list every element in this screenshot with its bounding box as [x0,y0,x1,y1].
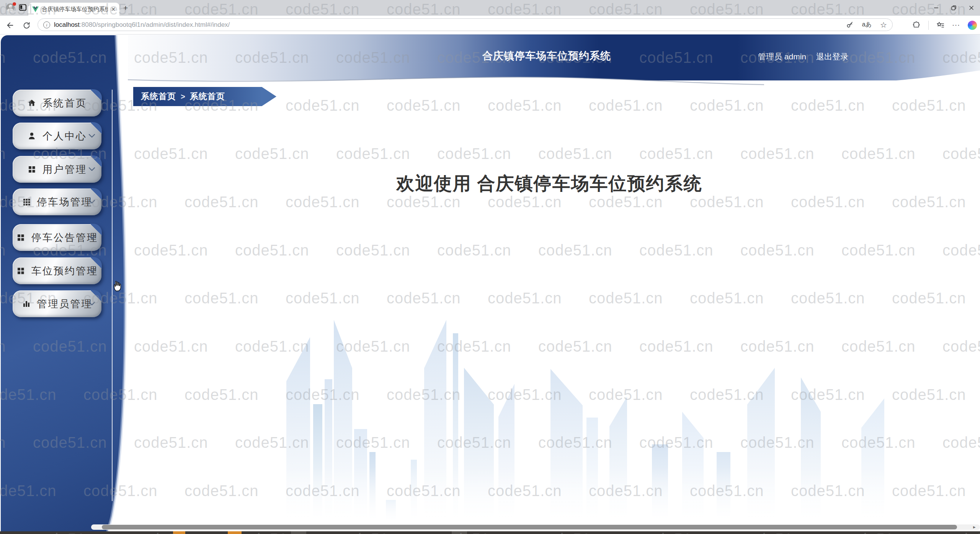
home-icon [27,98,36,108]
building-shape [861,398,884,521]
sidebar-item-label: 系统首页 [42,97,87,110]
translate-icon[interactable]: aあ [862,21,872,29]
chevron-down-icon [88,167,95,172]
taskbar-gray-segment [291,531,306,534]
app-title: 合庆镇停车场车位预约系统 [113,49,980,63]
url-path: :8080/springbootq6l1n/admin/dist/index.h… [80,21,230,28]
browser-toolbar: i localhost:8080/springbootq6l1n/admin/d… [0,16,980,34]
url-text[interactable]: localhost:8080/springbootq6l1n/admin/dis… [54,21,846,29]
building-shape [801,377,821,521]
building-shape [682,412,704,521]
grid4-icon [16,266,25,275]
taskbar-orange-segment [228,531,242,534]
sidebar-item-label: 个人中心 [42,129,87,143]
key-icon[interactable] [846,21,854,29]
building-shape [369,452,376,521]
minimize-button[interactable] [927,0,945,16]
chevron-down-icon [88,199,95,205]
admin-label: 管理员 admin [758,51,806,62]
tab-title: 合庆镇停车场车位预约系统 [42,6,108,13]
taskbar-sliver [0,531,980,534]
url-bar[interactable]: i localhost:8080/springbootq6l1n/admin/d… [38,18,893,31]
window-controls [927,0,980,16]
mouse-cursor [112,280,123,292]
logout-link[interactable]: 退出登录 [816,51,848,62]
building-shape [453,333,458,521]
restore-button[interactable] [945,0,962,16]
profile-notification-dot [13,2,16,6]
chevron-down-icon [88,133,95,139]
hscroll-right-arrow[interactable]: ▸ [973,525,978,529]
url-host: localhost [54,21,80,28]
grid4-icon [16,233,25,242]
sidebar-item-label: 停车公告管理 [31,231,98,244]
sidebar-item-label: 管理员管理 [37,297,93,311]
building-shape [717,452,730,521]
building-shape [286,337,310,521]
horizontal-scrollbar[interactable] [91,524,980,530]
browser-profile-button[interactable] [6,3,15,13]
sidebar-item-label: 用户管理 [42,163,87,176]
building-shape [498,384,514,521]
building-shape [325,379,332,521]
hscroll-thumb[interactable] [102,525,957,529]
breadcrumb-current: 系统首页 [190,91,225,102]
favorites-bar-icon[interactable] [936,21,944,29]
building-shape [586,418,598,521]
refresh-icon[interactable] [21,20,31,30]
chevron-down-icon [88,301,95,306]
building-shape [609,396,627,521]
building-shape [424,320,446,521]
taskbar-orange-segment [173,531,185,534]
tab-close-icon[interactable]: ✕ [111,7,116,12]
building-shape [334,320,352,521]
building-shape [354,429,367,521]
sidebar-item-1[interactable]: 个人中心 [13,123,101,149]
back-icon[interactable] [5,20,15,30]
building-shape [550,369,583,521]
chevron-down-icon [88,268,95,274]
vue-logo-icon [32,7,39,12]
copilot-icon[interactable] [968,21,977,30]
app-page: 合庆镇停车场车位预约系统 管理员 admin 退出登录 系统首页 > 系统首页 … [0,34,980,534]
building-shape [313,404,322,521]
app-header: 合庆镇停车场车位预约系统 管理员 admin 退出登录 [113,34,980,80]
sidebar-item-label: 车位预约管理 [31,264,98,278]
sidebar-item-label: 停车场管理 [37,195,93,209]
grid9-icon [22,197,31,206]
favorite-star-icon[interactable]: ☆ [880,20,887,29]
building-shape [652,444,668,521]
taskbar-gray-segment [452,531,467,534]
building-shape [747,368,775,521]
sidebar-item-5[interactable]: 车位预约管理 [13,257,101,284]
site-info-icon[interactable]: i [43,21,50,28]
sidebar-item-0[interactable]: 系统首页 [13,90,101,116]
grid4-icon [27,165,36,174]
sidebar-item-3[interactable]: 停车场管理 [13,188,101,215]
toolbar-divider [928,21,929,30]
person-icon [27,131,36,141]
building-shape [386,500,396,521]
sidebar: 系统首页个人中心用户管理停车场管理停车公告管理车位预约管理管理员管理 [1,35,127,534]
breadcrumb: 系统首页 > 系统首页 [133,87,262,106]
sidebar-divider-line [112,90,113,501]
sidebar-item-6[interactable]: 管理员管理 [13,290,101,317]
welcome-message: 欢迎使用 合庆镇停车场车位预约系统 [119,172,980,196]
sidebar-item-2[interactable]: 用户管理 [13,156,101,183]
browser-tab[interactable]: 合庆镇停车场车位预约系统 ✕ [28,3,119,16]
close-window-button[interactable] [962,0,980,16]
header-wave-decoration [113,64,980,90]
building-shape [464,368,494,521]
breadcrumb-separator: > [181,92,185,101]
bar-chart-icon [22,299,31,308]
browser-titlebar: 合庆镇停车场车位预约系统 ✕ + [0,0,980,16]
workspace-icon[interactable] [19,4,26,11]
new-tab-button[interactable]: + [123,4,128,12]
breadcrumb-root[interactable]: 系统首页 [141,91,176,102]
sidebar-item-4[interactable]: 停车公告管理 [13,224,101,251]
screen: 合庆镇停车场车位预约系统 ✕ + i localhost:8080/spring… [0,0,980,534]
city-skyline-decoration [115,34,980,525]
chevron-down-icon [88,235,95,240]
extensions-puzzle-icon[interactable] [913,21,921,29]
more-ellipsis-icon[interactable]: ··· [952,21,960,29]
